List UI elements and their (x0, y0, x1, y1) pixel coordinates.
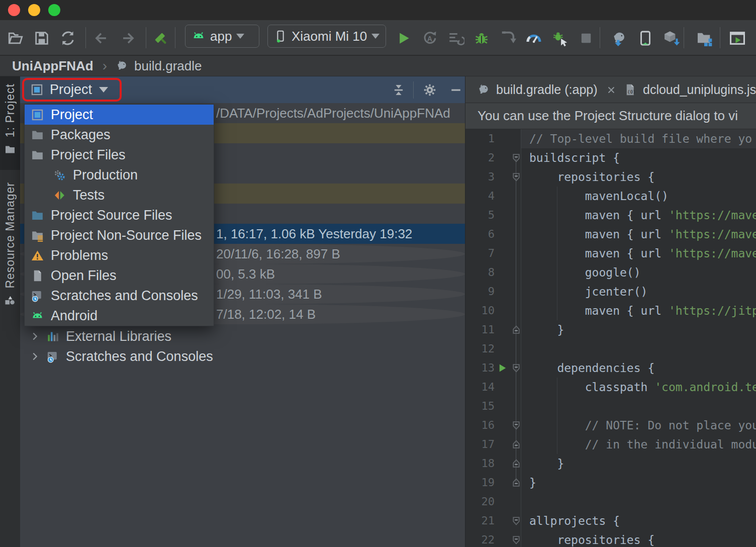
line-number[interactable]: 21 (465, 511, 495, 530)
line-number[interactable]: 15 (465, 397, 495, 416)
code-line: 7 maven { url 'https://mave (465, 244, 756, 263)
tree-item-scratches-and-consoles[interactable]: Scratches and Consoles (20, 346, 465, 367)
back-icon[interactable] (92, 30, 110, 47)
line-number[interactable]: 19 (465, 473, 495, 492)
sdk-manager-icon[interactable] (663, 30, 680, 47)
close-tab-icon[interactable] (606, 84, 617, 96)
dropdown-item-project-non-source-files[interactable]: Project Non-Source Files (25, 225, 214, 245)
minimize-window-button[interactable] (28, 4, 40, 16)
run-icon[interactable] (395, 30, 412, 47)
fold-down-icon[interactable] (512, 421, 520, 430)
code-text: maven { url 'https://mave (529, 244, 756, 263)
fold-up-icon[interactable] (512, 459, 520, 468)
build-hammer-icon[interactable] (152, 30, 169, 47)
line-number[interactable]: 17 (465, 435, 495, 454)
breadcrumb-project[interactable]: UniAppFNAd (12, 58, 93, 74)
line-number[interactable]: 7 (465, 244, 495, 263)
stop-icon[interactable] (578, 30, 595, 47)
close-window-button[interactable] (8, 4, 20, 16)
zoom-window-button[interactable] (48, 4, 60, 16)
view-switcher-title[interactable]: Project (50, 82, 92, 98)
save-icon[interactable] (33, 30, 50, 47)
run-window-icon[interactable] (729, 30, 746, 47)
gradle-sync-icon[interactable] (611, 30, 628, 47)
forward-icon[interactable] (120, 30, 137, 47)
run-line-icon[interactable] (498, 363, 508, 373)
dropdown-item-problems[interactable]: Problems (25, 245, 214, 265)
line-number[interactable]: 4 (465, 187, 495, 206)
project-structure-icon[interactable] (696, 30, 713, 47)
dropdown-item-production[interactable]: Production (25, 165, 214, 185)
phone-icon (274, 29, 287, 43)
dropdown-item-project[interactable]: Project (25, 105, 214, 125)
run-configuration-select[interactable]: app (185, 25, 259, 48)
fold-up-icon[interactable] (512, 440, 520, 449)
stripe-button-1-project[interactable]: 1: Project (0, 76, 20, 170)
fold-down-icon[interactable] (512, 153, 520, 162)
code-line: 2buildscript { (465, 148, 756, 167)
chevron-down-icon[interactable] (99, 87, 108, 93)
line-number[interactable]: 3 (465, 167, 495, 187)
line-number[interactable]: 18 (465, 454, 495, 473)
line-number[interactable]: 6 (465, 225, 495, 244)
line-number[interactable]: 11 (465, 320, 495, 339)
line-number[interactable]: 20 (465, 492, 495, 511)
dropdown-item-project-files[interactable]: Project Files (25, 145, 214, 165)
editor-notification-banner: You can use the Project Structure dialog… (465, 103, 756, 129)
code-line: 1// Top-level build file where yo (465, 129, 756, 148)
line-number[interactable]: 16 (465, 416, 495, 435)
scratches-icon (46, 350, 60, 363)
device-select[interactable]: Xiaomi Mi 10 (267, 25, 386, 48)
view-switcher-dropdown: ProjectPackagesProject FilesProductionTe… (24, 104, 214, 326)
line-number[interactable]: 5 (465, 206, 495, 225)
fold-up-icon[interactable] (512, 325, 520, 334)
toolbar-separator (175, 27, 175, 48)
open-icon[interactable] (7, 30, 24, 47)
line-number[interactable]: 12 (465, 339, 495, 358)
line-number[interactable]: 8 (465, 263, 495, 282)
source-folder-icon (31, 209, 44, 222)
dropdown-item-project-source-files[interactable]: Project Source Files (25, 205, 214, 225)
device-manager-icon[interactable] (637, 30, 654, 47)
tree-row-text: 1, 16:17, 1.06 kB Yesterday 19:32 (216, 226, 412, 242)
apply-changes-icon[interactable]: A (421, 30, 438, 47)
tab-dcloud-uniplugins[interactable]: {0} dcloud_uniplugins.json (623, 76, 756, 103)
dropdown-item-scratches-and-consoles[interactable]: Scratches and Consoles (25, 286, 214, 306)
code-text: // NOTE: Do not place you (529, 416, 756, 435)
line-number[interactable]: 2 (465, 148, 495, 167)
line-number[interactable]: 10 (465, 301, 495, 320)
attach-debugger-icon[interactable] (551, 30, 569, 47)
line-number[interactable]: 22 (465, 530, 495, 547)
hide-panel-icon[interactable] (448, 82, 463, 98)
toolbar-separator (85, 27, 86, 48)
apply-code-changes-icon[interactable] (447, 30, 464, 47)
tree-row-text: 20/11/6, 16:28, 897 B (216, 246, 340, 262)
dropdown-item-packages[interactable]: Packages (25, 125, 214, 145)
stripe-button-resource-manager[interactable]: Resource Manager (0, 175, 20, 307)
dropdown-item-android[interactable]: Android (25, 306, 214, 326)
line-number[interactable]: 14 (465, 378, 495, 397)
debug-icon[interactable] (473, 30, 490, 47)
fold-down-icon[interactable] (512, 535, 520, 544)
editor-area: build.gradle (:app) {0} dcloud_uniplugin… (465, 76, 756, 547)
dropdown-item-tests[interactable]: Tests (25, 185, 214, 205)
line-number[interactable]: 1 (465, 129, 495, 148)
chevron-right-icon[interactable] (29, 351, 40, 362)
fold-down-icon[interactable] (512, 516, 520, 525)
tab-build-gradle[interactable]: build.gradle (:app) (477, 76, 617, 103)
attach-profiler-icon[interactable] (499, 30, 516, 47)
dropdown-item-open-files[interactable]: Open Files (25, 265, 214, 286)
profiler-icon[interactable] (525, 30, 542, 47)
chevron-right-icon[interactable] (29, 331, 40, 342)
breadcrumb-file[interactable]: build.gradle (134, 58, 202, 74)
fold-down-icon[interactable] (512, 363, 520, 373)
fold-up-icon[interactable] (512, 478, 520, 487)
settings-gear-icon[interactable] (422, 82, 437, 98)
sync-icon[interactable] (59, 30, 76, 47)
collapse-all-icon[interactable] (391, 82, 406, 98)
tree-item-external-libraries[interactable]: External Libraries (20, 326, 465, 346)
fold-down-icon[interactable] (512, 172, 520, 181)
code-editor[interactable]: 1// Top-level build file where yo2builds… (465, 129, 756, 547)
line-number[interactable]: 9 (465, 282, 495, 301)
line-number[interactable]: 13 (465, 358, 495, 378)
